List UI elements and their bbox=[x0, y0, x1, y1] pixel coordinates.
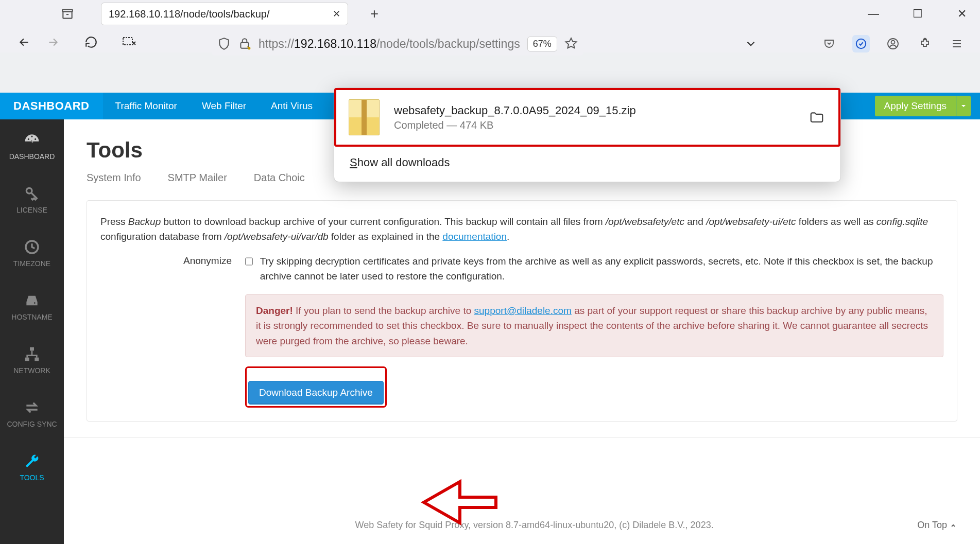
svg-rect-3 bbox=[123, 38, 132, 45]
address-bar[interactable]: https://192.168.10.118/node/tools/backup… bbox=[211, 32, 584, 56]
backup-card: Press Backup button to download backup a… bbox=[87, 200, 957, 422]
chevron-down-icon[interactable] bbox=[744, 37, 758, 50]
tab-smtp-mailer[interactable]: SMTP Mailer bbox=[168, 172, 227, 187]
gauge-icon bbox=[22, 132, 42, 148]
network-icon bbox=[22, 346, 42, 362]
svg-rect-4 bbox=[240, 43, 248, 48]
sidebar-item-config-sync[interactable]: CONFIG SYNC bbox=[0, 387, 64, 441]
download-button-highlight: Download Backup Archive bbox=[245, 366, 387, 408]
zip-file-icon bbox=[349, 99, 380, 135]
apply-settings-button[interactable]: Apply Settings bbox=[875, 96, 956, 116]
nav-brand[interactable]: DASHBOARD bbox=[0, 93, 103, 119]
sidebar-item-license[interactable]: LICENSE bbox=[0, 173, 64, 226]
sync-icon bbox=[22, 399, 42, 416]
sidebar-item-network[interactable]: NETWORK bbox=[0, 334, 64, 387]
svg-rect-16 bbox=[25, 358, 29, 361]
maximize-icon[interactable]: ☐ bbox=[910, 7, 925, 21]
download-status: Completed — 474 KB bbox=[394, 119, 793, 131]
download-filename: websafety_backup_8.7.0.0A95_2024_09_15.z… bbox=[394, 104, 793, 117]
anonymize-label: Anonymize bbox=[100, 254, 232, 408]
sidebar-item-dashboard[interactable]: DASHBOARD bbox=[0, 119, 64, 173]
footer: Web Safety for Squid Proxy, version 8.7-… bbox=[151, 520, 956, 531]
toolbar-right-icons bbox=[820, 35, 966, 52]
sidebar-item-tools[interactable]: TOOLS bbox=[0, 441, 64, 494]
window-controls: — ☐ ✕ bbox=[866, 7, 970, 21]
nav-anti-virus[interactable]: Anti Virus bbox=[259, 93, 325, 119]
svg-point-13 bbox=[26, 188, 32, 194]
svg-point-6 bbox=[856, 39, 866, 48]
hamburger-menu-icon[interactable] bbox=[948, 35, 966, 52]
svg-point-8 bbox=[891, 41, 895, 44]
main-content: Tools System Info SMTP Mailer Data Choic… bbox=[64, 119, 980, 544]
sidebar: DASHBOARD LICENSE TIMEZONE HOSTNAME NETW… bbox=[0, 119, 64, 544]
sidebar-item-hostname[interactable]: HOSTNAME bbox=[0, 280, 64, 334]
close-tab-icon[interactable]: ✕ bbox=[333, 8, 340, 20]
downloads-popup: websafety_backup_8.7.0.0A95_2024_09_15.z… bbox=[334, 87, 841, 182]
back-button[interactable] bbox=[15, 36, 33, 52]
new-tab-button[interactable]: + bbox=[367, 6, 382, 22]
bookmark-star-icon[interactable] bbox=[564, 37, 578, 50]
extensions-icon[interactable] bbox=[916, 35, 934, 52]
support-email-link[interactable]: support@diladele.com bbox=[474, 305, 572, 316]
download-item-highlight: websafety_backup_8.7.0.0A95_2024_09_15.z… bbox=[334, 88, 840, 147]
close-window-icon[interactable]: ✕ bbox=[954, 7, 970, 21]
download-backup-button[interactable]: Download Backup Archive bbox=[248, 381, 384, 405]
hdd-icon bbox=[22, 292, 42, 309]
tab-system-info[interactable]: System Info bbox=[87, 172, 141, 187]
anonymize-help-text: Try skipping decryption certificates and… bbox=[260, 254, 943, 284]
danger-alert: Danger! If you plan to send the backup a… bbox=[245, 294, 943, 357]
screenshot-icon[interactable] bbox=[121, 37, 138, 51]
clock-icon bbox=[22, 239, 42, 255]
intro-text: Press Backup button to download backup a… bbox=[100, 214, 943, 244]
tab-strip: 192.168.10.118/node/tools/backup/ ✕ + — … bbox=[0, 0, 980, 28]
anonymize-row: Anonymize Try skipping decryption certif… bbox=[100, 254, 943, 408]
key-icon bbox=[22, 185, 42, 202]
svg-point-5 bbox=[248, 47, 250, 49]
apply-settings-dropdown[interactable] bbox=[956, 96, 971, 116]
account-icon[interactable] bbox=[884, 35, 902, 52]
forward-button[interactable] bbox=[44, 36, 62, 52]
documentation-link[interactable]: documentation bbox=[442, 231, 507, 242]
zoom-level[interactable]: 67% bbox=[527, 37, 557, 51]
shield-icon bbox=[217, 37, 231, 50]
download-item[interactable]: websafety_backup_8.7.0.0A95_2024_09_15.z… bbox=[394, 104, 793, 131]
nav-traffic-monitor[interactable]: Traffic Monitor bbox=[103, 93, 190, 119]
svg-rect-17 bbox=[35, 358, 39, 361]
open-folder-icon[interactable] bbox=[807, 110, 826, 125]
minimize-icon[interactable]: — bbox=[866, 7, 881, 21]
sidebar-item-timezone[interactable]: TIMEZONE bbox=[0, 226, 64, 280]
url-text: https://192.168.10.118/node/tools/backup… bbox=[259, 37, 520, 51]
divider bbox=[64, 437, 980, 437]
wrench-icon bbox=[22, 453, 42, 469]
on-top-link[interactable]: On Top bbox=[917, 520, 956, 531]
archive-icon[interactable] bbox=[61, 7, 74, 21]
show-all-downloads-link[interactable]: Show all downloads bbox=[334, 147, 840, 171]
downloads-icon[interactable] bbox=[852, 35, 870, 52]
anonymize-checkbox[interactable] bbox=[245, 256, 253, 267]
lock-warning-icon bbox=[238, 37, 251, 50]
browser-toolbar: https://192.168.10.118/node/tools/backup… bbox=[0, 28, 980, 60]
svg-rect-15 bbox=[30, 347, 34, 351]
footer-text: Web Safety for Squid Proxy, version 8.7-… bbox=[355, 520, 714, 531]
tab-data-choices[interactable]: Data Choic bbox=[254, 172, 305, 187]
pocket-icon[interactable] bbox=[820, 35, 838, 52]
tab-title: 192.168.10.118/node/tools/backup/ bbox=[109, 8, 269, 20]
browser-tab[interactable]: 192.168.10.118/node/tools/backup/ ✕ bbox=[101, 3, 348, 25]
nav-web-filter[interactable]: Web Filter bbox=[190, 93, 259, 119]
reload-button[interactable] bbox=[82, 36, 100, 52]
browser-chrome: 192.168.10.118/node/tools/backup/ ✕ + — … bbox=[0, 0, 980, 52]
